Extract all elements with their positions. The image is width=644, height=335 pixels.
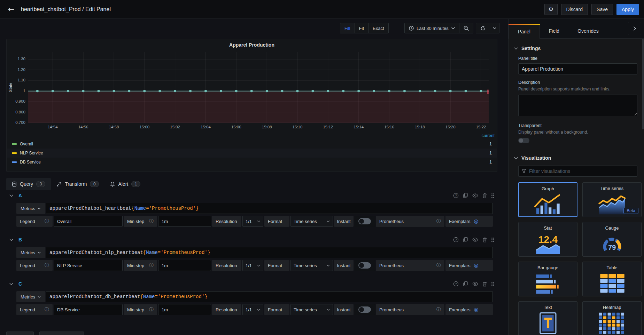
dashboard-settings-button[interactable]: ⚙ (544, 4, 558, 15)
metrics-dropdown[interactable]: Metrics (16, 247, 45, 258)
duplicate-query-button[interactable] (463, 281, 468, 287)
description-help: Panel description supports markdown and … (518, 87, 636, 91)
delete-query-button[interactable] (482, 281, 487, 287)
info-icon[interactable]: ⓘ (45, 262, 49, 269)
time-series-plot[interactable] (28, 52, 489, 123)
legend-row[interactable]: DB Service 1 (7, 158, 497, 167)
exemplars-eye-icon[interactable]: ◎ (474, 306, 478, 313)
expr-brace: { (131, 206, 134, 211)
metrics-dropdown[interactable]: Metrics (16, 203, 45, 214)
resolution-select[interactable]: 1/1 (242, 216, 263, 227)
disable-query-button[interactable] (472, 193, 478, 198)
viz-card-gauge[interactable]: Gauge 79 (582, 222, 642, 257)
grafana-edit-panel: ← heartbeat_chatbot_Prod / Edit Panel ⚙ … (0, 0, 644, 335)
legend-format-input[interactable] (54, 304, 123, 315)
query-help-button[interactable]: ? (453, 193, 459, 198)
save-button[interactable]: Save (591, 4, 613, 15)
promql-expression-input[interactable]: apparelProdChatbot_db_heartbeat{Name='Pr… (46, 291, 493, 302)
query-help-button[interactable]: ? (453, 237, 459, 242)
delete-query-button[interactable] (482, 193, 487, 198)
panel-title-input[interactable] (518, 63, 637, 74)
format-select[interactable]: Time series (290, 216, 333, 227)
duplicate-query-button[interactable] (463, 237, 468, 242)
info-icon[interactable]: ⓘ (436, 262, 441, 269)
viz-card-graph[interactable]: Graph (518, 182, 577, 217)
legend-format-input[interactable] (54, 216, 123, 227)
fit-mode-button[interactable]: Fit (355, 23, 368, 33)
refresh-interval-button[interactable] (490, 23, 499, 33)
instant-toggle[interactable] (355, 304, 375, 315)
info-icon[interactable]: ⓘ (149, 262, 154, 269)
description-textarea[interactable] (518, 95, 637, 116)
tab-alert[interactable]: Alert 1 (104, 178, 146, 190)
info-icon[interactable]: ⓘ (45, 306, 49, 313)
exemplars-eye-icon[interactable]: ◎ (474, 218, 478, 224)
question-circle-icon: ? (453, 237, 459, 242)
exemplars-eye-icon[interactable]: ◎ (474, 262, 478, 269)
disable-query-button[interactable] (472, 282, 478, 286)
chevron-down-icon (9, 194, 13, 197)
legend-format-input[interactable] (54, 260, 123, 271)
scrollbar-thumb[interactable] (642, 39, 644, 129)
duplicate-query-button[interactable] (463, 193, 468, 198)
fill-mode-button[interactable]: Fill (340, 23, 355, 33)
info-icon[interactable]: ⓘ (436, 218, 441, 224)
min-step-input[interactable] (158, 216, 211, 227)
zoom-out-button[interactable] (459, 23, 473, 33)
filter-visualizations-input[interactable] (518, 166, 637, 177)
drag-handle[interactable] (491, 281, 495, 287)
query-row-header[interactable]: B ? (6, 235, 497, 245)
options-scrollbar[interactable] (642, 39, 644, 333)
metrics-dropdown[interactable]: Metrics (16, 291, 45, 302)
tab-panel[interactable]: Panel (509, 24, 540, 39)
viz-card-text[interactable]: Text (518, 301, 577, 335)
delete-query-button[interactable] (482, 237, 487, 242)
promql-expression-input[interactable]: apparelProdChatbot_heartbeat{Name='Prome… (46, 203, 493, 214)
resolution-select[interactable]: 1/1 (242, 304, 263, 315)
instant-toggle[interactable] (355, 216, 375, 227)
drag-handle[interactable] (491, 193, 495, 198)
promql-expression-input[interactable]: apparelProdChatbot_nlp_heartbeat{Name='P… (46, 247, 493, 258)
viz-card-stat[interactable]: Stat 12.4 (518, 222, 577, 257)
legend-row[interactable]: NLP Service 1 (7, 149, 497, 158)
min-step-input[interactable] (158, 260, 211, 271)
refresh-group (476, 23, 499, 33)
disable-query-button[interactable] (472, 238, 478, 242)
time-range-picker[interactable]: Last 30 minutes (404, 23, 459, 33)
viz-card-bar-gauge[interactable]: Bar gauge (518, 262, 577, 296)
info-icon[interactable]: ⓘ (45, 218, 49, 224)
transparent-toggle[interactable] (518, 138, 529, 143)
viz-card-heatmap[interactable]: Heatmap (582, 301, 642, 335)
legend-row[interactable]: Overall 1 (7, 139, 497, 149)
tab-field[interactable]: Field (540, 24, 568, 38)
drag-handle[interactable] (491, 237, 495, 242)
format-select[interactable]: Time series (290, 304, 333, 315)
visualization-section-header[interactable]: Visualization (514, 155, 636, 161)
refresh-button[interactable] (476, 23, 490, 33)
info-icon[interactable]: ⓘ (149, 218, 154, 224)
tab-overrides[interactable]: Overrides (568, 24, 608, 38)
query-help-button[interactable]: ? (453, 281, 459, 287)
legend-current-header[interactable]: current (7, 133, 497, 139)
format-select[interactable]: Time series (290, 260, 333, 271)
tab-transform[interactable]: Transform 0 (51, 178, 104, 190)
min-step-input[interactable] (158, 304, 211, 315)
resolution-select[interactable]: 1/1 (242, 260, 263, 271)
settings-section-header[interactable]: Settings (514, 46, 636, 51)
tab-query[interactable]: Query 3 (6, 178, 51, 190)
expr-label-value: ='PrometheusProd' (146, 206, 196, 211)
instant-toggle[interactable] (355, 260, 375, 271)
back-button[interactable]: ← (5, 3, 17, 16)
info-icon[interactable]: ⓘ (436, 306, 441, 313)
query-row-header[interactable]: C ? (6, 279, 497, 289)
exact-mode-button[interactable]: Exact (368, 23, 389, 33)
apply-button[interactable]: Apply (616, 4, 639, 15)
add-query-button[interactable]: + Query (6, 332, 34, 335)
collapse-pane-button[interactable] (628, 22, 641, 35)
viz-card-time-series[interactable]: Time series Beta (582, 182, 642, 217)
discard-button[interactable]: Discard (561, 4, 588, 15)
viz-card-table[interactable]: Table (582, 262, 642, 296)
query-row-header[interactable]: A ? (6, 191, 497, 200)
info-icon[interactable]: ⓘ (149, 306, 154, 313)
add-expression-button[interactable]: + Expression ⚠ (39, 332, 84, 335)
